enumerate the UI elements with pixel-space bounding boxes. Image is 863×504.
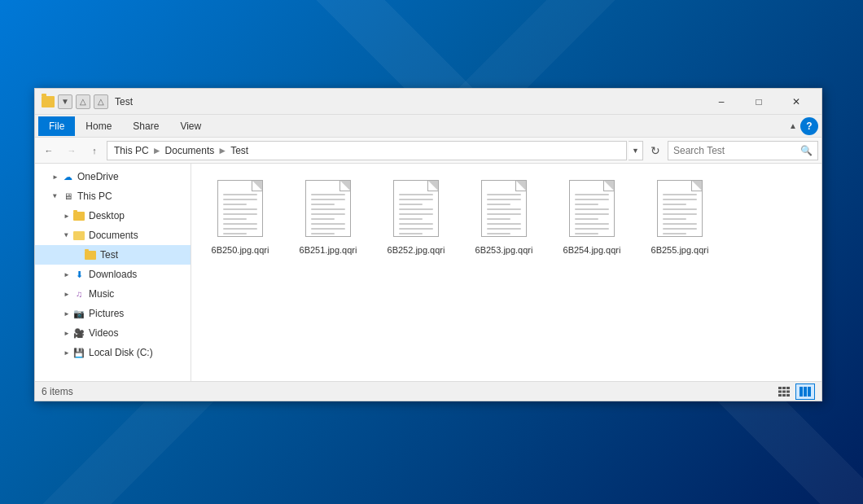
quick-access-btn2[interactable]: △ [76,94,90,109]
doc-line [311,199,345,200]
file-name-3: 6B253.jpg.qqri [475,244,533,256]
doc-line [487,204,510,205]
path-test[interactable]: Test [230,145,248,156]
doc-lines-5 [663,194,697,238]
downloads-label: Downloads [89,269,187,280]
tab-view[interactable]: View [169,116,212,136]
address-bar: ← → ↑ This PC ► Documents ► Test ▼ ↻ 🔍 [35,138,821,164]
file-icon-1 [302,176,354,241]
file-item-3[interactable]: 6B253.jpg.qqri [463,172,545,260]
doc-line [311,213,345,215]
doc-line [487,223,521,225]
help-button[interactable]: ? [800,117,818,135]
doc-line [399,228,433,230]
file-item-2[interactable]: 6B252.jpg.qqri [375,172,457,260]
sidebar-item-onedrive[interactable]: ► ☁ OneDrive [35,167,191,186]
view-large-icons-button[interactable] [795,383,815,400]
doc-page-1 [305,180,351,237]
quick-access-btn1[interactable]: ▼ [58,94,72,109]
sidebar-item-desktop[interactable]: ► Desktop [35,206,191,226]
search-box[interactable]: 🔍 [668,141,818,160]
documents-label: Documents [89,230,187,241]
title-bar: ▼ △ △ Test – □ ✕ [35,89,821,115]
doc-line [399,194,433,195]
ribbon-collapse-btn[interactable]: ▲ [789,121,797,130]
view-buttons [774,383,815,400]
refresh-button[interactable]: ↻ [645,141,666,160]
tab-share[interactable]: Share [122,116,169,136]
file-icon-4 [566,176,618,241]
view-details-button[interactable] [774,383,794,400]
close-button[interactable]: ✕ [778,89,815,115]
minimize-button[interactable]: – [703,89,740,115]
sidebar-item-videos[interactable]: ► 🎥 Videos [35,323,191,343]
back-button[interactable]: ← [38,141,59,160]
doc-line [487,208,521,210]
doc-line [223,223,257,225]
doc-line [311,204,335,205]
tab-file[interactable]: File [38,116,75,136]
quick-access-btn3[interactable]: △ [94,94,108,109]
doc-page-3 [481,180,527,237]
doc-line [399,233,423,234]
file-name-4: 6B254.jpg.qqri [563,244,621,256]
doc-page-2 [393,180,439,237]
doc-line [487,233,510,234]
path-this-pc[interactable]: This PC [114,145,149,156]
music-expand-icon: ► [61,288,72,300]
path-documents[interactable]: Documents [165,145,215,156]
doc-line [223,194,257,195]
sidebar-item-downloads[interactable]: ► ⬇ Downloads [35,265,191,284]
sidebar-item-documents[interactable]: ► Documents [35,226,191,245]
search-input[interactable] [673,145,797,156]
videos-expand-icon: ► [61,327,72,339]
doc-page-5 [657,180,703,237]
title-bar-icons: ▼ △ △ [42,94,108,109]
pictures-expand-icon: ► [61,308,72,319]
doc-line [663,228,697,230]
up-button[interactable]: ↑ [84,141,105,160]
svg-rect-5 [786,390,790,392]
content-area: ► ☁ OneDrive ► 🖥 This PC ► Des [35,164,821,381]
maximize-button[interactable]: □ [740,89,778,115]
doc-line [487,218,510,220]
svg-rect-2 [786,387,790,389]
documents-expand-icon: ► [61,230,72,241]
doc-lines-1 [311,194,345,238]
onedrive-expand-icon: ► [50,171,61,182]
downloads-expand-icon: ► [61,269,72,280]
doc-line [663,213,697,215]
local-disk-label: Local Disk (C:) [89,347,187,358]
tab-home[interactable]: Home [75,116,122,136]
file-item-4[interactable]: 6B254.jpg.qqri [551,172,633,260]
doc-line [399,213,433,215]
file-item-0[interactable]: 6B250.jpg.qqri [199,172,281,260]
address-path[interactable]: This PC ► Documents ► Test [107,141,627,160]
doc-line [311,218,335,220]
doc-line [663,233,686,234]
search-icon: 🔍 [800,145,813,156]
sidebar-item-this-pc[interactable]: ► 🖥 This PC [35,186,191,206]
file-area: 6B250.jpg.qqri [191,164,821,381]
sidebar-item-music[interactable]: ► ♫ Music [35,284,191,304]
file-item-1[interactable]: 6B251.jpg.qqri [287,172,369,260]
doc-line [399,199,433,200]
svg-rect-4 [782,390,786,392]
sidebar-item-local-disk[interactable]: ► 💾 Local Disk (C:) [35,343,191,362]
forward-button[interactable]: → [61,141,82,160]
window-title: Test [115,96,703,107]
path-sep-1: ► [152,145,162,156]
address-dropdown-button[interactable]: ▼ [629,141,643,160]
doc-lines-3 [487,194,521,238]
doc-line [311,208,345,210]
this-pc-expand-icon: ► [50,191,61,202]
doc-line [311,194,345,195]
file-item-5[interactable]: 6B255.jpg.qqri [639,172,721,260]
svg-rect-8 [786,394,790,397]
sidebar-item-test[interactable]: ► Test [35,245,191,265]
sidebar: ► ☁ OneDrive ► 🖥 This PC ► Des [35,164,191,381]
sidebar-item-pictures[interactable]: ► 📷 Pictures [35,304,191,323]
file-explorer-window: ▼ △ △ Test – □ ✕ File Home Share View ▲ … [34,88,822,401]
doc-line [399,208,433,210]
doc-line [487,213,521,215]
